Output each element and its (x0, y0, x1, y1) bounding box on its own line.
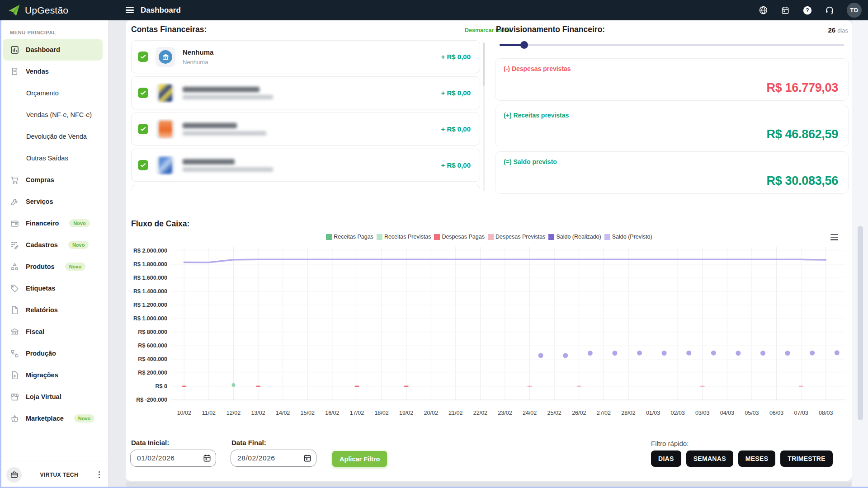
svg-text:R$ 200.000: R$ 200.000 (138, 370, 167, 376)
cart-icon (10, 175, 19, 185)
sales-icon (10, 67, 19, 76)
account-logo-tile (156, 47, 175, 67)
days-slider[interactable] (500, 44, 844, 46)
account-amount: + R$ 0,00 (441, 53, 471, 61)
account-checkbox[interactable] (138, 124, 148, 134)
end-date-label: Data Final: (231, 439, 266, 446)
days-value: 26 (828, 26, 835, 34)
sidebar-item-label: Orçamento (26, 89, 59, 97)
sidebar-item-label: Vendas (NF-e, NFC-e) (26, 111, 92, 118)
globe-icon[interactable] (758, 5, 768, 15)
redacted-account-name (183, 123, 237, 128)
svg-text:19/02: 19/02 (399, 410, 413, 416)
apply-filter-button[interactable]: Aplicar Filtro (332, 451, 387, 467)
start-date-calendar-icon[interactable] (203, 454, 212, 463)
account-item[interactable]: + R$ 0,00 (131, 149, 480, 182)
end-date-calendar-icon[interactable] (303, 454, 312, 463)
account-list-scrollbar-thumb[interactable] (483, 43, 485, 86)
svg-text:07/03: 07/03 (794, 410, 808, 416)
legend-label: Receitas Previstas (384, 234, 431, 240)
sidebar-item-label: Produtos (26, 263, 55, 270)
sidebar-item-marketplace[interactable]: MarketplaceNovo (0, 408, 108, 429)
legend-label: Despesas Pagas (442, 234, 485, 240)
legend-swatch (488, 234, 494, 240)
legend-item[interactable]: Saldo (Realizado) (548, 234, 601, 240)
sidebar-item-fiscal[interactable]: Fiscal (0, 321, 108, 343)
brand-name: UpGestão (25, 5, 68, 16)
sidebar-item-produtos[interactable]: ProdutosNovo (0, 256, 108, 277)
sidebar-item-label: Financeiro (26, 220, 59, 227)
sidebar-item-label: Fiscal (26, 328, 44, 335)
help-icon[interactable]: ? (802, 5, 812, 15)
legend-item[interactable]: Receitas Previstas (377, 234, 431, 240)
sidebar-item-or-amento[interactable]: Orçamento (0, 82, 108, 104)
account-checkbox[interactable] (138, 160, 148, 170)
bank-icon (159, 50, 172, 64)
redacted-account-name (183, 159, 235, 164)
sidebar-item-label: Produção (26, 350, 56, 357)
sidebar-item-label: Loja Virtual (26, 393, 61, 400)
account-texts: NenhumaNenhuma (183, 48, 213, 66)
redacted-bank-logo (159, 157, 172, 174)
legend-item[interactable]: Saldo (Previsto) (604, 234, 652, 240)
sidebar-item-servi-os[interactable]: Serviços (0, 191, 108, 212)
sidebar-item-label: Dashboard (26, 46, 60, 53)
legend-item[interactable]: Despesas Pagas (434, 234, 485, 240)
svg-text:22/02: 22/02 (473, 410, 487, 416)
account-texts (183, 159, 273, 172)
sidebar-item-produ-o[interactable]: Produção (0, 343, 108, 364)
days-slider-thumb[interactable] (520, 41, 528, 49)
window-scrollbar-thumb[interactable] (858, 226, 863, 420)
account-item[interactable]: + R$ 0,00 (131, 76, 480, 109)
svg-text:R$ 800.000: R$ 800.000 (138, 329, 167, 335)
hamburger-menu-icon[interactable] (126, 7, 134, 14)
sidebar-item-financeiro[interactable]: FinanceiroNovo (0, 212, 108, 234)
main-panel: Contas Financeiras: Desmarcar todos Nenh… (126, 20, 852, 481)
support-icon[interactable] (825, 5, 835, 15)
sidebar-item-migra-es[interactable]: Migrações (0, 364, 108, 386)
quick-filter-dias[interactable]: DIAS (651, 450, 681, 467)
account-list: NenhumaNenhuma+ R$ 0,00+ R$ 0,00+ R$ 0,0… (130, 40, 481, 192)
account-item[interactable]: + R$ 0,00 (131, 113, 480, 145)
chart-menu-icon[interactable] (829, 233, 840, 242)
account-list-scrollbar (483, 42, 485, 191)
account-checkbox[interactable] (138, 88, 148, 98)
sidebar-item-outras-sa-das[interactable]: Outras Saídas (0, 147, 108, 169)
sidebar-item-devolu-o-de-venda[interactable]: Devolução de Venda (0, 126, 108, 147)
sidebar-item-cadastros[interactable]: CadastrosNovo (0, 234, 108, 256)
provisioning-card-label: (-) Despesas previstas (504, 65, 571, 72)
main-menu: DashboardVendasOrçamentoVendas (NF-e, NF… (0, 39, 108, 429)
horizontal-scrollbar[interactable] (126, 482, 852, 487)
account-texts (183, 123, 266, 136)
svg-text:08/03: 08/03 (819, 410, 833, 416)
start-date-label: Data Inicial: (131, 439, 169, 446)
quick-filter-trimestre[interactable]: TRIMESTRE (780, 450, 833, 467)
quick-filter-semanas[interactable]: SEMANAS (686, 450, 733, 467)
sidebar-item-label: Etiquetas (26, 285, 55, 292)
svg-text:15/02: 15/02 (301, 410, 315, 416)
shapes-icon (10, 262, 19, 272)
dashboard-icon (10, 45, 19, 55)
sidebar-item-vendas[interactable]: Vendas (0, 61, 108, 82)
sidebar-item-loja-virtual[interactable]: Loja Virtual (0, 386, 108, 408)
calendar-icon[interactable] (780, 5, 790, 15)
account-checkbox[interactable] (138, 52, 148, 62)
sidebar-item-relat-rios[interactable]: Relatórios (0, 299, 108, 321)
account-item[interactable]: NenhumaNenhuma+ R$ 0,00 (131, 40, 480, 73)
window-left-edge (0, 20, 1, 488)
sidebar-item-label: Compras (26, 176, 54, 183)
briefcase-icon[interactable] (6, 467, 22, 483)
sidebar-item-etiquetas[interactable]: Etiquetas (0, 277, 108, 299)
sidebar-item-dashboard[interactable]: Dashboard (3, 39, 103, 61)
novo-badge: Novo (69, 219, 90, 227)
legend-item[interactable]: Receitas Pagas (326, 234, 373, 240)
sidebar-item-vendas-nf-e-nfc-e[interactable]: Vendas (NF-e, NFC-e) (0, 104, 108, 126)
redacted-bank-logo (159, 84, 172, 102)
more-options-icon[interactable] (97, 469, 102, 480)
sidebar-item-compras[interactable]: Compras (0, 169, 108, 191)
avatar[interactable]: TD (847, 3, 862, 18)
quick-filter-meses[interactable]: MESES (738, 450, 776, 467)
legend-item[interactable]: Despesas Previstas (488, 234, 545, 240)
provisioning-title: Provisionamento Financeiro: (496, 25, 605, 34)
company-name: VIRTUX TECH (22, 472, 97, 478)
